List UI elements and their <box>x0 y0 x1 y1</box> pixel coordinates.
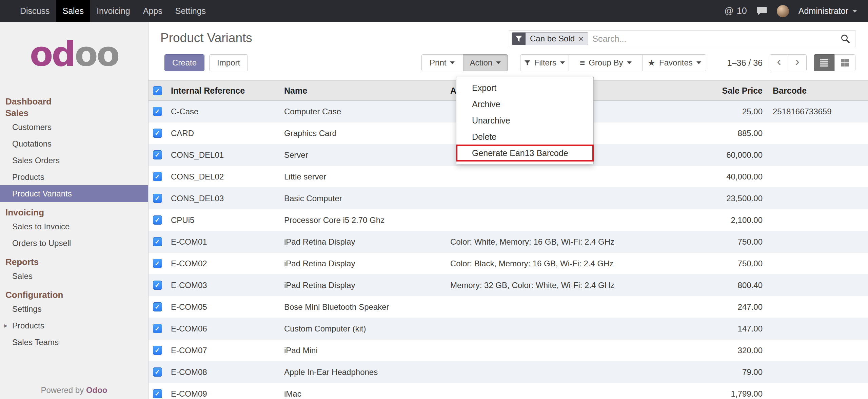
chevron-right-icon: › <box>795 56 800 68</box>
list-view-button[interactable] <box>814 54 835 71</box>
sidebar-section-invoicing[interactable]: Invoicing <box>0 207 148 218</box>
sidebar-item-customers[interactable]: Customers <box>0 119 148 135</box>
filters-label: Filters <box>534 58 556 68</box>
row-checkbox[interactable]: ✓ <box>153 150 162 159</box>
menu-item-export[interactable]: Export <box>456 80 593 96</box>
chevron-down-icon <box>496 61 501 64</box>
chevron-down-icon <box>696 61 701 64</box>
row-checkbox-cell: ✓ <box>149 150 166 159</box>
select-all-checkbox[interactable]: ✓ <box>153 86 162 95</box>
cell-name: iPad Retina Display <box>279 237 446 247</box>
import-button[interactable]: Import <box>209 54 248 71</box>
sidebar-item-sales[interactable]: Sales <box>0 268 148 284</box>
sidebar-item-sales-orders[interactable]: Sales Orders <box>0 152 148 169</box>
cell-name: Server <box>279 150 446 160</box>
sidebar-item-settings[interactable]: Settings <box>0 301 148 317</box>
row-checkbox-cell: ✓ <box>149 346 166 355</box>
row-checkbox[interactable]: ✓ <box>153 215 162 225</box>
row-checkbox-cell: ✓ <box>149 389 166 398</box>
avatar[interactable] <box>777 5 789 17</box>
cell-sale-price: 885.00 <box>673 129 768 138</box>
row-checkbox[interactable]: ✓ <box>153 346 162 355</box>
topbar-menu-discuss[interactable]: Discuss <box>14 0 56 22</box>
cell-name: iPad Retina Display <box>279 281 446 290</box>
column-header-name[interactable]: Name <box>279 86 446 96</box>
sidebar-section-configuration[interactable]: Configuration <box>0 289 148 301</box>
table-row[interactable]: ✓E-COM03iPad Retina DisplayMemory: 32 GB… <box>149 274 868 296</box>
search-icon[interactable] <box>840 34 850 44</box>
sidebar-nav: DashboardSalesCustomersQuotationsSales O… <box>0 96 148 350</box>
print-button[interactable]: Print <box>421 54 463 71</box>
row-checkbox[interactable]: ✓ <box>153 237 162 246</box>
row-checkbox[interactable]: ✓ <box>153 107 162 116</box>
table-row[interactable]: ✓E-COM09iMac1,799.00 <box>149 383 868 399</box>
sidebar-item-orders-to-upsell[interactable]: Orders to Upsell <box>0 235 148 251</box>
table-row[interactable]: ✓E-COM05Bose Mini Bluetooth Speaker247.0… <box>149 296 868 318</box>
search-facet: Can be Sold × <box>512 32 588 45</box>
facet-remove-icon[interactable]: × <box>578 34 584 43</box>
action-button[interactable]: Action <box>463 54 508 71</box>
sidebar-item-products[interactable]: ▸Products <box>0 317 148 334</box>
row-checkbox[interactable]: ✓ <box>153 194 162 203</box>
menu-item-generate-ean13-barcode[interactable]: Generate Ean13 Barcode <box>456 145 593 161</box>
table-row[interactable]: ✓E-COM07iPad Mini320.00 <box>149 340 868 361</box>
chat-icon[interactable] <box>756 6 767 16</box>
create-button[interactable]: Create <box>164 54 204 71</box>
cell-sale-price: 320.00 <box>673 346 768 355</box>
sidebar-item-product-variants[interactable]: Product Variants <box>0 185 148 202</box>
powered-by: Powered by Odoo <box>0 385 148 395</box>
group-by-icon: ≡ <box>580 58 585 67</box>
sidebar-section-reports[interactable]: Reports <box>0 256 148 268</box>
sidebar-item-quotations[interactable]: Quotations <box>0 135 148 152</box>
sidebar-section-dashboard[interactable]: Dashboard <box>0 96 148 107</box>
view-switcher <box>814 54 855 71</box>
menu-item-delete[interactable]: Delete <box>456 129 593 145</box>
row-checkbox[interactable]: ✓ <box>153 281 162 290</box>
row-checkbox[interactable]: ✓ <box>153 324 162 333</box>
search-options-group: Filters ≡ Group By ★ Favorites <box>520 54 706 71</box>
column-header-sale-price[interactable]: Sale Price <box>673 86 768 96</box>
row-checkbox[interactable]: ✓ <box>153 302 162 311</box>
topbar-menu-sales[interactable]: Sales <box>56 0 91 22</box>
topbar-menu-apps[interactable]: Apps <box>137 0 169 22</box>
pager-previous-button[interactable]: ‹ <box>770 54 788 71</box>
menu-item-unarchive[interactable]: Unarchive <box>456 112 593 129</box>
control-panel: Print Action Filters ≡ Group By <box>421 54 855 71</box>
topbar-menu-invoicing[interactable]: Invoicing <box>90 0 137 22</box>
user-menu[interactable]: Administrator <box>798 6 857 16</box>
row-checkbox[interactable]: ✓ <box>153 129 162 138</box>
powered-by-brand[interactable]: Odoo <box>86 385 107 395</box>
search-input[interactable] <box>588 34 837 44</box>
table-row[interactable]: ✓E-COM06Custom Computer (kit)147.00 <box>149 318 868 340</box>
sidebar-item-sales-to-invoice[interactable]: Sales to Invoice <box>0 218 148 235</box>
expand-arrow-icon[interactable]: ▸ <box>4 317 7 334</box>
table-row[interactable]: ✓CPUi5Processor Core i5 2.70 Ghz2,100.00 <box>149 209 868 231</box>
row-checkbox[interactable]: ✓ <box>153 389 162 398</box>
table-row[interactable]: ✓E-COM01iPad Retina DisplayColor: White,… <box>149 231 868 253</box>
sidebar-section-sales[interactable]: Sales <box>0 107 148 119</box>
sidebar-item-products[interactable]: Products <box>0 169 148 185</box>
sidebar-item-label: Sales to Invoice <box>12 222 70 231</box>
pager-next-button[interactable]: › <box>788 54 807 71</box>
kanban-view-button[interactable] <box>834 54 855 71</box>
table-row[interactable]: ✓CONS_DEL02Little server40,000.00 <box>149 166 868 188</box>
table-row[interactable]: ✓CONS_DEL03Basic Computer23,500.00 <box>149 188 868 209</box>
column-header-barcode[interactable]: Barcode <box>768 86 868 96</box>
table-row[interactable]: ✓E-COM02iPad Retina DisplayColor: Black,… <box>149 253 868 274</box>
column-header-internal-reference[interactable]: Internal Reference <box>166 86 279 96</box>
cell-internal-reference: E-COM08 <box>166 367 279 377</box>
filters-button[interactable]: Filters <box>520 54 569 71</box>
row-checkbox[interactable]: ✓ <box>153 172 162 181</box>
filter-facet-icon <box>512 33 526 45</box>
group-by-button[interactable]: ≡ Group By <box>569 54 643 71</box>
favorites-button[interactable]: ★ Favorites <box>643 54 706 71</box>
cell-internal-reference: CARD <box>166 129 279 138</box>
table-row[interactable]: ✓E-COM08Apple In-Ear Headphones79.00 <box>149 361 868 383</box>
menu-item-archive[interactable]: Archive <box>456 96 593 112</box>
sidebar-item-sales-teams[interactable]: Sales Teams <box>0 334 148 350</box>
cell-attributes: Color: White, Memory: 16 GB, Wi-Fi: 2.4 … <box>446 237 673 247</box>
row-checkbox[interactable]: ✓ <box>153 259 162 268</box>
row-checkbox[interactable]: ✓ <box>153 367 162 377</box>
topbar-menu-settings[interactable]: Settings <box>169 0 212 22</box>
mention-counter[interactable]: @ 10 <box>724 6 747 16</box>
